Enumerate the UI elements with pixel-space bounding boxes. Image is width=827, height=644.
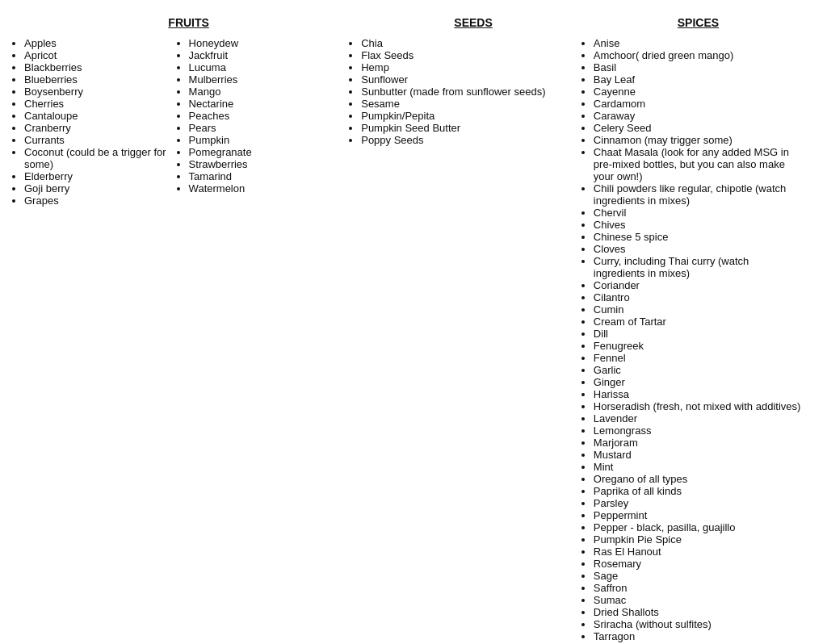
list-item: Saffron <box>594 582 803 594</box>
seeds-list: ChiaFlax SeedsHempSunflowerSunbutter (ma… <box>361 37 586 146</box>
list-item: Peppermint <box>594 509 803 521</box>
top-section: FRUITS ApplesApricotBlackberriesBlueberr… <box>24 16 803 644</box>
list-item: Honeydew <box>189 37 354 49</box>
list-item: Mulberries <box>189 73 354 86</box>
list-item: Paprika of all kinds <box>594 485 803 497</box>
fruits-list-2: HoneydewJackfruitLucumaMulberriesMangoNe… <box>189 37 354 194</box>
list-item: Sunbutter (made from sunflower seeds) <box>361 86 586 98</box>
list-item: Elderberry <box>24 170 189 182</box>
seeds-title: SEEDS <box>361 16 586 29</box>
list-item: Watermelon <box>189 182 354 194</box>
list-item: Strawberries <box>189 158 354 170</box>
list-item: Celery Seed <box>594 122 803 134</box>
list-item: Basil <box>594 61 803 73</box>
list-item: Cumin <box>594 303 803 316</box>
list-item: Parsley <box>594 497 803 509</box>
list-item: Sriracha (without sulfites) <box>594 618 803 630</box>
list-item: Curry, including Thai curry (watch ingre… <box>594 255 803 279</box>
list-item: Pumpkin Pie Spice <box>594 533 803 546</box>
list-item: Horseradish (fresh, not mixed with addit… <box>594 400 803 412</box>
list-item: Fenugreek <box>594 340 803 352</box>
list-item: Cream of Tartar <box>594 316 803 328</box>
list-item: Cantaloupe <box>24 110 189 122</box>
list-item: Cinnamon (may trigger some) <box>594 134 803 146</box>
list-item: Caraway <box>594 110 803 122</box>
list-item: Tarragon <box>594 630 803 642</box>
list-item: Dill <box>594 328 803 340</box>
list-item: Poppy Seeds <box>361 134 586 146</box>
list-item: Cayenne <box>594 86 803 98</box>
list-item: Pears <box>189 122 354 134</box>
list-item: Pumpkin/Pepita <box>361 110 586 122</box>
list-item: Apricot <box>24 49 189 61</box>
list-item: Goji berry <box>24 182 189 194</box>
list-item: Chives <box>594 219 803 231</box>
list-item: Jackfruit <box>189 49 354 61</box>
spices-title: SPICES <box>594 16 803 29</box>
list-item: Cherries <box>24 98 189 110</box>
list-item: Oregano of all types <box>594 473 803 485</box>
list-item: Anise <box>594 37 803 49</box>
list-item: Coriander <box>594 279 803 291</box>
list-item: Boysenberry <box>24 86 189 98</box>
fruits-col1: ApplesApricotBlackberriesBlueberriesBoys… <box>24 37 189 207</box>
list-item: Sage <box>594 570 803 582</box>
list-item: Mustard <box>594 449 803 461</box>
page-wrapper: FRUITS ApplesApricotBlackberriesBlueberr… <box>24 16 803 644</box>
spices-list: AniseAmchoor( dried green mango)BasilBay… <box>594 37 803 644</box>
list-item: Chili powders like regular, chipotle (wa… <box>594 182 803 207</box>
list-item: Chinese 5 spice <box>594 231 803 243</box>
list-item: Cranberry <box>24 122 189 134</box>
list-item: Chia <box>361 37 586 49</box>
fruits-list-1: ApplesApricotBlackberriesBlueberriesBoys… <box>24 37 189 207</box>
fruits-col2: HoneydewJackfruitLucumaMulberriesMangoNe… <box>189 37 354 207</box>
list-item: Cardamom <box>594 98 803 110</box>
list-item: Sunflower <box>361 73 586 86</box>
list-item: Garlic <box>594 364 803 376</box>
list-item: Apples <box>24 37 189 49</box>
list-item: Sumac <box>594 594 803 606</box>
list-item: Lucuma <box>189 61 354 73</box>
list-item: Hemp <box>361 61 586 73</box>
list-item: Cloves <box>594 243 803 255</box>
list-item: Nectarine <box>189 98 354 110</box>
fruits-title: FRUITS <box>24 16 353 29</box>
list-item: Marjoram <box>594 437 803 449</box>
list-item: Cilantro <box>594 291 803 303</box>
list-item: Sesame <box>361 98 586 110</box>
list-item: Fennel <box>594 352 803 364</box>
list-item: Ginger <box>594 376 803 388</box>
list-item: Coconut (could be a trigger for some) <box>24 146 189 170</box>
list-item: Grapes <box>24 194 189 207</box>
list-item: Flax Seeds <box>361 49 586 61</box>
list-item: Dried Shallots <box>594 606 803 618</box>
list-item: Tamarind <box>189 170 354 182</box>
list-item: Bay Leaf <box>594 73 803 86</box>
list-item: Rosemary <box>594 558 803 570</box>
list-item: Chaat Masala (look for any added MSG in … <box>594 146 803 182</box>
list-item: Ras El Hanout <box>594 546 803 558</box>
list-item: Currants <box>24 134 189 146</box>
list-item: Lemongrass <box>594 424 803 437</box>
seeds-section: SEEDS ChiaFlax SeedsHempSunflowerSunbutt… <box>353 16 586 644</box>
fruits-cols: ApplesApricotBlackberriesBlueberriesBoys… <box>24 37 353 207</box>
list-item: Pumpkin Seed Butter <box>361 122 586 134</box>
list-item: Lavender <box>594 412 803 424</box>
list-item: Blackberries <box>24 61 189 73</box>
list-item: Amchoor( dried green mango) <box>594 49 803 61</box>
list-item: Mint <box>594 461 803 473</box>
list-item: Chervil <box>594 207 803 219</box>
spices-section: SPICES AniseAmchoor( dried green mango)B… <box>586 16 803 644</box>
list-item: Pomegranate <box>189 146 354 158</box>
list-item: Harissa <box>594 388 803 400</box>
list-item: Pumpkin <box>189 134 354 146</box>
list-item: Mango <box>189 86 354 98</box>
list-item: Blueberries <box>24 73 189 86</box>
fruits-section: FRUITS ApplesApricotBlackberriesBlueberr… <box>24 16 353 644</box>
list-item: Pepper - black, pasilla, guajillo <box>594 521 803 533</box>
list-item: Peaches <box>189 110 354 122</box>
